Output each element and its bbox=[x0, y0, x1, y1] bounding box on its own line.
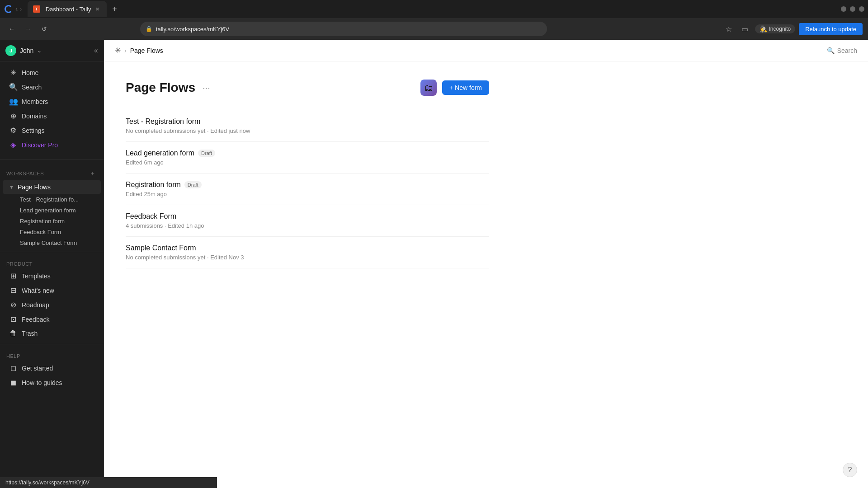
url-text: tally.so/workspaces/mKYj6V bbox=[156, 26, 229, 33]
page-title-left: Page Flows ··· bbox=[126, 80, 212, 95]
sub-item-0[interactable]: Test - Registration fo... bbox=[3, 194, 101, 205]
home-label: Home bbox=[22, 69, 38, 76]
page-body: Page Flows ··· 🗂 + New form Test - Regis… bbox=[104, 61, 511, 286]
sub-item-3[interactable]: Feedback Form bbox=[3, 227, 101, 237]
sub-item-label-1: Lead generation form bbox=[20, 207, 76, 214]
settings-label: Settings bbox=[22, 127, 45, 134]
search-icon: 🔍 bbox=[9, 83, 17, 91]
browser-actions: ☆ ▭ 🕵 Incognito Relaunch to update bbox=[722, 23, 863, 35]
page-title: Page Flows bbox=[126, 80, 195, 95]
close-button[interactable] bbox=[859, 6, 864, 12]
form-item-0[interactable]: Test - Registration form No completed su… bbox=[126, 110, 489, 142]
lock-icon: 🔒 bbox=[146, 26, 152, 32]
sidebar-item-settings[interactable]: ⚙ Settings bbox=[3, 123, 101, 137]
workspaces-section-header: Workspaces + bbox=[0, 164, 104, 180]
page-title-row: Page Flows ··· 🗂 + New form bbox=[126, 80, 489, 96]
new-tab-button[interactable]: + bbox=[108, 3, 121, 15]
window-back-icon[interactable]: ‹ bbox=[15, 5, 18, 13]
sidebar-divider-2 bbox=[0, 252, 104, 252]
main-content: ✳ › Page Flows 🔍 Search Page Flows ··· 🗂 bbox=[104, 40, 868, 488]
reload-button[interactable]: ↺ bbox=[38, 23, 51, 35]
app-layout: J John ⌄ « ✳ Home 🔍 Search 👥 Members bbox=[0, 40, 868, 488]
cast-icon[interactable]: ▭ bbox=[739, 23, 751, 35]
forward-button[interactable]: → bbox=[22, 23, 34, 35]
sidebar-item-search[interactable]: 🔍 Search bbox=[3, 80, 101, 94]
back-button[interactable]: ← bbox=[5, 23, 18, 35]
workspaces-label: Workspaces bbox=[6, 171, 44, 176]
templates-icon: ⊞ bbox=[9, 272, 17, 280]
feedback-icon: ⊡ bbox=[9, 315, 17, 324]
how-to-guides-label: How-to guides bbox=[22, 379, 62, 386]
sidebar-item-trash[interactable]: 🗑 Trash bbox=[3, 327, 101, 340]
workspace-name: Page Flows bbox=[18, 183, 72, 191]
add-workspace-button[interactable]: + bbox=[88, 169, 97, 178]
how-to-guides-icon: ◼ bbox=[9, 378, 17, 387]
tab-bar: ‹ › T Dashboard - Tally ✕ + bbox=[0, 0, 868, 18]
main-header: ✳ › Page Flows 🔍 Search bbox=[104, 40, 868, 61]
workspace-chevron-icon: ▼ bbox=[9, 184, 14, 190]
sub-item-1[interactable]: Lead generation form bbox=[3, 205, 101, 216]
active-tab[interactable]: T Dashboard - Tally ✕ bbox=[28, 1, 107, 17]
sub-item-label-2: Registration form bbox=[20, 218, 65, 225]
status-bar: https://tally.so/workspaces/mKYj6V bbox=[0, 477, 217, 488]
discover-pro-label: Discover Pro bbox=[22, 141, 58, 149]
sidebar-item-how-to-guides[interactable]: ◼ How-to guides bbox=[3, 375, 101, 389]
workspace-item-page-flows[interactable]: ▼ Page Flows ··· + bbox=[3, 180, 101, 194]
sidebar-item-roadmap[interactable]: ⊘ Roadmap bbox=[3, 298, 101, 312]
form-item-3[interactable]: Feedback Form 4 submissions · Edited 1h … bbox=[126, 205, 489, 237]
section-actions: + bbox=[88, 169, 97, 178]
sidebar-item-members[interactable]: 👥 Members bbox=[3, 94, 101, 108]
sub-item-4[interactable]: Sample Contact Form bbox=[3, 238, 101, 248]
form-item-name-1: Lead generation form Draft bbox=[126, 149, 489, 157]
form-item-1[interactable]: Lead generation form Draft Edited 6m ago bbox=[126, 142, 489, 174]
help-button[interactable]: ? bbox=[843, 463, 857, 477]
domains-icon: ⊕ bbox=[9, 112, 17, 120]
templates-label: Templates bbox=[22, 272, 51, 280]
sidebar-item-domains[interactable]: ⊕ Domains bbox=[3, 109, 101, 123]
workspace-add-button[interactable]: + bbox=[85, 183, 94, 192]
breadcrumb-current: Page Flows bbox=[130, 47, 163, 54]
user-info[interactable]: J John ⌄ bbox=[5, 45, 42, 56]
breadcrumb-icon: ✳ bbox=[115, 46, 121, 55]
whats-new-icon: ⊟ bbox=[9, 286, 17, 295]
sidebar-item-get-started[interactable]: ◻ Get started bbox=[3, 361, 101, 375]
bookmark-icon[interactable]: ☆ bbox=[722, 23, 735, 35]
collapse-sidebar-button[interactable]: « bbox=[94, 47, 98, 55]
product-section-header: Product bbox=[0, 256, 104, 268]
chevron-down-icon: ⌄ bbox=[37, 47, 42, 54]
product-label: Product bbox=[6, 261, 33, 267]
form-list: Test - Registration form No completed su… bbox=[126, 110, 489, 268]
roadmap-label: Roadmap bbox=[22, 301, 49, 309]
status-url: https://tally.so/workspaces/mKYj6V bbox=[5, 479, 90, 486]
form-item-4[interactable]: Sample Contact Form No completed submiss… bbox=[126, 237, 489, 268]
help-section-header: Help bbox=[0, 348, 104, 361]
sidebar-item-whats-new[interactable]: ⊟ What's new bbox=[3, 283, 101, 297]
tab-title: Dashboard - Tally bbox=[46, 6, 91, 13]
tab-close-button[interactable]: ✕ bbox=[94, 5, 101, 13]
trash-label: Trash bbox=[22, 330, 38, 337]
form-item-name-3: Feedback Form bbox=[126, 212, 489, 221]
sidebar-item-home[interactable]: ✳ Home bbox=[3, 66, 101, 80]
header-search-button[interactable]: 🔍 Search bbox=[827, 47, 857, 54]
relaunch-button[interactable]: Relaunch to update bbox=[799, 23, 863, 35]
new-form-button[interactable]: + New form bbox=[442, 80, 489, 95]
browser-chrome: ‹ › T Dashboard - Tally ✕ + ← → ↺ 🔒 tall… bbox=[0, 0, 868, 40]
maximize-button[interactable] bbox=[850, 6, 855, 12]
sub-item-2[interactable]: Registration form bbox=[3, 216, 101, 226]
chrome-menu-icon[interactable] bbox=[4, 4, 14, 14]
page-menu-button[interactable]: ··· bbox=[201, 82, 212, 94]
sidebar-header: J John ⌄ « bbox=[0, 40, 104, 61]
help-label: Help bbox=[6, 353, 20, 359]
form-item-2[interactable]: Registration form Draft Edited 25m ago bbox=[126, 174, 489, 205]
sidebar-item-feedback[interactable]: ⊡ Feedback bbox=[3, 312, 101, 326]
minimize-button[interactable] bbox=[841, 6, 846, 12]
address-bar[interactable]: 🔒 tally.so/workspaces/mKYj6V bbox=[140, 22, 547, 36]
discover-pro-icon: ◈ bbox=[9, 141, 17, 149]
form-item-name-4: Sample Contact Form bbox=[126, 244, 489, 252]
sub-item-label-4: Sample Contact Form bbox=[20, 239, 77, 246]
workspace-menu-button[interactable]: ··· bbox=[75, 183, 85, 192]
sidebar-item-discover-pro[interactable]: ◈ Discover Pro bbox=[3, 138, 101, 152]
window-forward-icon[interactable]: › bbox=[19, 5, 22, 13]
form-item-meta-1: Edited 6m ago bbox=[126, 159, 489, 166]
sidebar-item-templates[interactable]: ⊞ Templates bbox=[3, 269, 101, 283]
